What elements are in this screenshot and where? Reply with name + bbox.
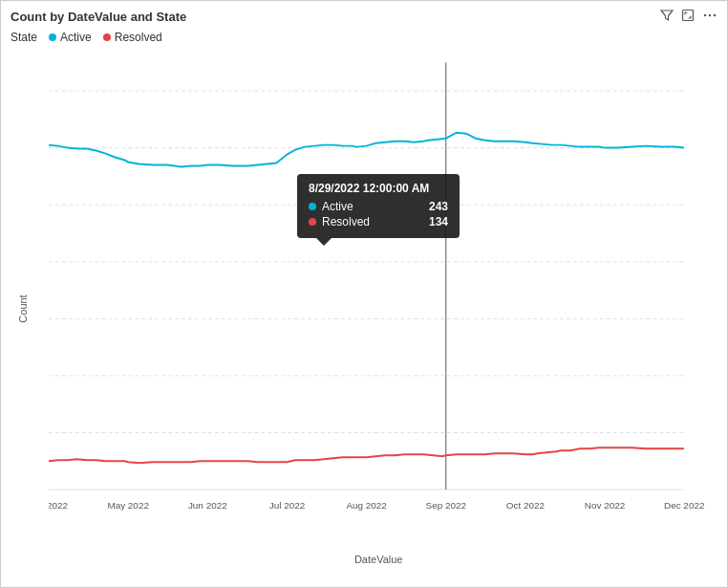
svg-rect-4 [49,62,684,490]
legend-item-resolved: Resolved [103,31,162,44]
filter-icon[interactable] [660,9,674,25]
svg-rect-0 [683,11,694,21]
legend-dot-resolved [103,33,111,41]
svg-text:Jul 2022: Jul 2022 [269,500,306,511]
svg-text:Nov 2022: Nov 2022 [585,500,626,511]
resolved-line [49,447,684,463]
more-icon[interactable] [702,9,717,25]
svg-text:Aug 2022: Aug 2022 [346,500,387,511]
chart-icons [660,9,717,25]
svg-point-2 [709,14,711,16]
svg-text:Jun 2022: Jun 2022 [188,500,227,511]
chart-container: Count by DateValue and State [0,0,728,588]
svg-point-1 [704,14,706,16]
svg-text:Sep 2022: Sep 2022 [426,500,467,511]
main-chart-svg: 260 240 220 200 180 160 140 120 Apr 2022… [49,50,713,540]
svg-text:Dec 2022: Dec 2022 [664,500,705,511]
svg-text:May 2022: May 2022 [107,500,149,511]
legend-item-active: Active [49,31,92,44]
svg-point-3 [714,14,716,16]
svg-text:Oct 2022: Oct 2022 [506,500,546,511]
legend: State Active Resolved [1,29,727,50]
legend-state-label: State [11,31,37,44]
y-axis-label: Count [17,294,29,322]
expand-icon[interactable] [681,9,695,25]
svg-text:Apr 2022: Apr 2022 [49,500,69,511]
chart-header: Count by DateValue and State [1,1,727,29]
legend-dot-active [49,33,56,41]
x-axis-label: DateValue [354,554,403,565]
legend-label-active: Active [60,31,92,44]
chart-title: Count by DateValue and State [11,10,186,24]
active-line [49,133,684,167]
legend-label-resolved: Resolved [115,31,162,44]
